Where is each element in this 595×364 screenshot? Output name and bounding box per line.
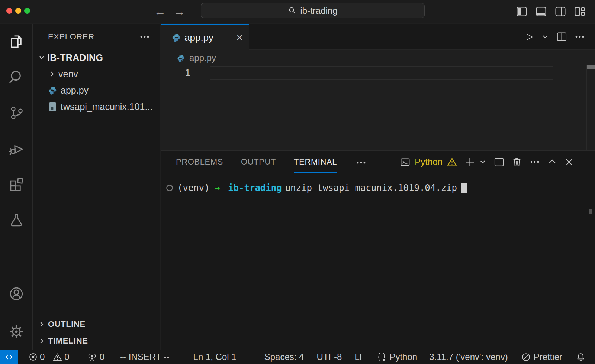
- outline-section-header[interactable]: OUTLINE: [33, 316, 160, 332]
- remote-indicator-icon[interactable]: [0, 350, 18, 364]
- code-editor[interactable]: 1: [161, 66, 595, 150]
- sidebar-item-venv[interactable]: venv: [33, 66, 160, 82]
- search-icon[interactable]: [0, 59, 32, 95]
- python-file-icon: [48, 86, 57, 95]
- tab-app-py[interactable]: app.py ×: [161, 24, 249, 50]
- overview-ruler: [586, 65, 595, 150]
- problems-status-item[interactable]: 0 0: [24, 352, 74, 362]
- run-python-file-icon[interactable]: [524, 32, 534, 42]
- terminal-warning-icon: [447, 157, 457, 167]
- minimize-window-button[interactable]: [15, 8, 21, 14]
- tab-terminal[interactable]: TERMINAL: [294, 152, 337, 173]
- prompt-directory: ib-trading: [228, 183, 282, 193]
- warning-icon: [53, 353, 62, 361]
- file-label: twsapi_macunix.101...: [61, 101, 152, 112]
- panel-more-tabs-icon[interactable]: [356, 152, 366, 173]
- indentation-item[interactable]: Spaces: 4: [260, 352, 309, 362]
- toggle-secondary-sidebar-icon[interactable]: [555, 7, 566, 16]
- split-terminal-icon[interactable]: [494, 157, 504, 167]
- tab-label: app.py: [184, 32, 213, 43]
- close-panel-icon[interactable]: [565, 158, 573, 166]
- activity-bar: [0, 24, 33, 350]
- explorer-header-title: EXPLORER: [48, 32, 94, 42]
- toggle-panel-icon[interactable]: [536, 7, 546, 16]
- python-file-icon: [177, 54, 185, 62]
- window-controls: [6, 8, 30, 14]
- explorer-sidebar: EXPLORER IB-TRADING venv app.py: [33, 24, 160, 350]
- vim-mode-item[interactable]: -- INSERT --: [115, 352, 174, 362]
- prompt-venv: (venv): [177, 183, 210, 193]
- back-arrow-icon[interactable]: ←: [154, 5, 166, 19]
- terminal-command-line: (venv) → ib-trading unzip twsapi_macunix…: [166, 183, 467, 193]
- ruler-cursor-mark: [587, 65, 595, 69]
- chevron-right-icon: [38, 337, 46, 345]
- sidebar-item-twsapi-zip[interactable]: twsapi_macunix.101...: [33, 98, 160, 115]
- eol-item[interactable]: LF: [350, 352, 370, 362]
- status-bar: 0 0 0 -- I: [0, 350, 595, 364]
- search-icon: [288, 6, 296, 15]
- zip-file-icon: [48, 102, 57, 111]
- command-center-search[interactable]: ib-trading: [201, 3, 425, 18]
- toggle-primary-sidebar-icon[interactable]: [517, 7, 527, 16]
- new-terminal-icon[interactable]: [465, 157, 475, 167]
- settings-gear-icon[interactable]: [0, 314, 32, 350]
- python-interpreter-item[interactable]: 3.11.7 ('venv': venv): [424, 352, 513, 362]
- editor-more-actions-icon[interactable]: [575, 35, 585, 38]
- sidebar-item-ib-trading-root[interactable]: IB-TRADING: [33, 49, 160, 66]
- ports-icon: [87, 352, 97, 362]
- timeline-section-header[interactable]: TIMELINE: [33, 332, 160, 350]
- notifications-bell-icon[interactable]: [572, 352, 590, 362]
- source-control-icon[interactable]: [0, 95, 32, 131]
- prompt-arrow: →: [215, 183, 220, 193]
- explorer-more-actions-icon[interactable]: [140, 35, 149, 38]
- ports-count: 0: [100, 352, 104, 362]
- error-icon: [29, 352, 38, 361]
- run-dropdown-chevron-icon[interactable]: [542, 33, 549, 40]
- close-window-button[interactable]: [6, 8, 12, 14]
- extensions-icon[interactable]: [0, 166, 32, 202]
- close-tab-icon[interactable]: ×: [236, 32, 243, 43]
- chevron-right-icon: [48, 70, 56, 78]
- title-bar: ← → ib-trading: [0, 0, 595, 23]
- command-center-title: ib-trading: [300, 6, 337, 16]
- terminal-viewport[interactable]: (venv) → ib-trading unzip twsapi_macunix…: [161, 173, 595, 350]
- customize-layout-icon[interactable]: [575, 7, 585, 16]
- language-mode-item[interactable]: Python: [372, 352, 422, 362]
- line-number: 1: [161, 66, 190, 80]
- encoding-item[interactable]: UTF-8: [312, 352, 347, 362]
- command-decoration-circle-icon[interactable]: [166, 184, 173, 192]
- cursor-position-item[interactable]: Ln 1, Col 1: [189, 352, 241, 362]
- chevron-right-icon: [38, 321, 46, 328]
- terminal-cursor: [461, 183, 467, 193]
- maximize-panel-chevron-up-icon[interactable]: [548, 157, 557, 166]
- forward-arrow-icon[interactable]: →: [173, 5, 185, 19]
- maximize-window-button[interactable]: [24, 8, 30, 14]
- ports-status-item[interactable]: 0: [83, 352, 109, 362]
- error-count: 0: [40, 352, 45, 362]
- tab-output[interactable]: OUTPUT: [241, 152, 276, 173]
- breadcrumb[interactable]: app.py: [161, 50, 595, 66]
- run-debug-icon[interactable]: [0, 131, 32, 166]
- terminal-scrollbar-thumb[interactable]: [589, 209, 592, 214]
- sidebar-item-app-py[interactable]: app.py: [33, 82, 160, 98]
- language-label: Python: [389, 352, 417, 362]
- launch-profile-chevron-icon[interactable]: [479, 159, 486, 165]
- terminal-more-actions-icon[interactable]: [530, 160, 540, 163]
- terminal-profile-item[interactable]: Python: [400, 157, 457, 167]
- tab-problems[interactable]: PROBLEMS: [176, 152, 223, 173]
- outline-label: OUTLINE: [48, 319, 86, 329]
- breadcrumb-item[interactable]: app.py: [189, 53, 216, 63]
- testing-icon[interactable]: [0, 202, 32, 238]
- vim-mode-label: -- INSERT --: [120, 352, 169, 362]
- explorer-icon[interactable]: [0, 24, 32, 59]
- typed-command: unzip twsapi_macunix.1019.04.zip: [285, 183, 457, 193]
- warning-count: 0: [64, 352, 69, 362]
- split-editor-icon[interactable]: [557, 32, 567, 42]
- root-folder-label: IB-TRADING: [47, 52, 103, 63]
- timeline-label: TIMELINE: [48, 336, 88, 346]
- python-file-icon: [172, 33, 181, 42]
- formatter-item[interactable]: Prettier: [517, 352, 567, 362]
- kill-terminal-trash-icon[interactable]: [512, 157, 522, 167]
- terminal-icon: [400, 157, 410, 167]
- account-icon[interactable]: [0, 276, 32, 312]
